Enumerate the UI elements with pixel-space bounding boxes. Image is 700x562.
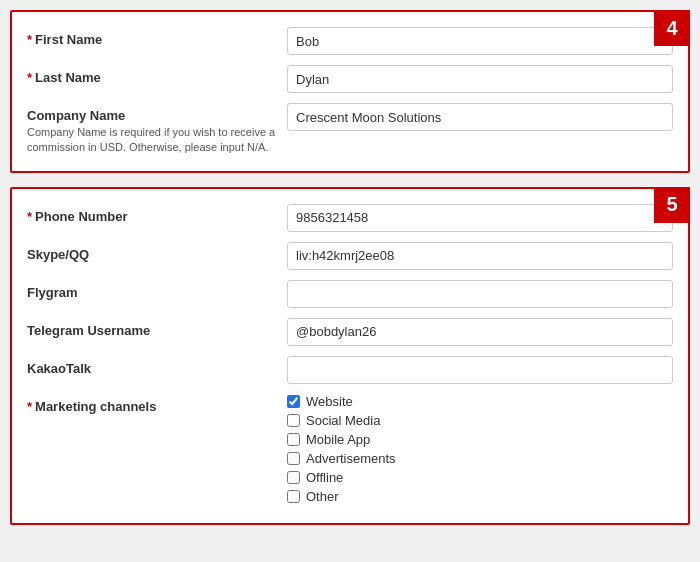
first-name-label-col: *First Name xyxy=(27,27,287,47)
company-name-row: Company Name Company Name is required if… xyxy=(27,103,673,156)
phone-number-input-col xyxy=(287,204,673,232)
company-name-label: Company Name xyxy=(27,108,277,123)
company-name-description: Company Name is required if you wish to … xyxy=(27,125,277,156)
phone-required-star: * xyxy=(27,209,32,224)
section-4: 4 *First Name *Last Name Company Name Co… xyxy=(10,10,690,173)
section-4-number: 4 xyxy=(654,10,690,46)
checkbox-website-label[interactable]: Website xyxy=(306,394,353,409)
checkbox-website-item: Website xyxy=(287,394,673,409)
skype-qq-label: Skype/QQ xyxy=(27,247,277,262)
skype-qq-row: Skype/QQ xyxy=(27,242,673,270)
checkbox-other[interactable] xyxy=(287,490,300,503)
last-name-row: *Last Name xyxy=(27,65,673,93)
last-name-input-col xyxy=(287,65,673,93)
flygram-row: Flygram xyxy=(27,280,673,308)
skype-qq-label-col: Skype/QQ xyxy=(27,242,287,262)
checkbox-advertisements[interactable] xyxy=(287,452,300,465)
checkbox-social-media-label[interactable]: Social Media xyxy=(306,413,380,428)
checkbox-mobile-app-label[interactable]: Mobile App xyxy=(306,432,370,447)
checkbox-offline[interactable] xyxy=(287,471,300,484)
marketing-channels-checkboxes: Website Social Media Mobile App Advertis… xyxy=(287,394,673,508)
telegram-username-label-col: Telegram Username xyxy=(27,318,287,338)
marketing-channels-label-col: *Marketing channels xyxy=(27,394,287,414)
section-5: 5 *Phone Number Skype/QQ Flygram xyxy=(10,187,690,525)
kakaotalk-label: KakaoTalk xyxy=(27,361,277,376)
telegram-username-label: Telegram Username xyxy=(27,323,277,338)
checkbox-other-item: Other xyxy=(287,489,673,504)
checkbox-advertisements-item: Advertisements xyxy=(287,451,673,466)
checkbox-offline-item: Offline xyxy=(287,470,673,485)
kakaotalk-row: KakaoTalk xyxy=(27,356,673,384)
skype-qq-input[interactable] xyxy=(287,242,673,270)
telegram-username-row: Telegram Username xyxy=(27,318,673,346)
company-name-label-col: Company Name Company Name is required if… xyxy=(27,103,287,156)
first-name-input[interactable] xyxy=(287,27,673,55)
phone-number-label: *Phone Number xyxy=(27,209,277,224)
checkbox-mobile-app-item: Mobile App xyxy=(287,432,673,447)
first-name-input-col xyxy=(287,27,673,55)
telegram-username-input-col xyxy=(287,318,673,346)
flygram-label-col: Flygram xyxy=(27,280,287,300)
last-name-label-col: *Last Name xyxy=(27,65,287,85)
flygram-label: Flygram xyxy=(27,285,277,300)
last-name-required-star: * xyxy=(27,70,32,85)
kakaotalk-label-col: KakaoTalk xyxy=(27,356,287,376)
section-5-number: 5 xyxy=(654,187,690,223)
checkbox-social-media-item: Social Media xyxy=(287,413,673,428)
checkbox-offline-label[interactable]: Offline xyxy=(306,470,343,485)
checkbox-social-media[interactable] xyxy=(287,414,300,427)
skype-qq-input-col xyxy=(287,242,673,270)
checkbox-website[interactable] xyxy=(287,395,300,408)
first-name-required-star: * xyxy=(27,32,32,47)
marketing-channels-label: *Marketing channels xyxy=(27,399,277,414)
checkbox-advertisements-label[interactable]: Advertisements xyxy=(306,451,396,466)
marketing-required-star: * xyxy=(27,399,32,414)
first-name-label: *First Name xyxy=(27,32,277,47)
flygram-input[interactable] xyxy=(287,280,673,308)
marketing-channels-row: *Marketing channels Website Social Media… xyxy=(27,394,673,508)
company-name-input[interactable] xyxy=(287,103,673,131)
kakaotalk-input-col xyxy=(287,356,673,384)
last-name-input[interactable] xyxy=(287,65,673,93)
company-name-input-col xyxy=(287,103,673,131)
first-name-row: *First Name xyxy=(27,27,673,55)
flygram-input-col xyxy=(287,280,673,308)
telegram-username-input[interactable] xyxy=(287,318,673,346)
phone-number-label-col: *Phone Number xyxy=(27,204,287,224)
checkbox-other-label[interactable]: Other xyxy=(306,489,339,504)
kakaotalk-input[interactable] xyxy=(287,356,673,384)
phone-number-row: *Phone Number xyxy=(27,204,673,232)
phone-number-input[interactable] xyxy=(287,204,673,232)
last-name-label: *Last Name xyxy=(27,70,277,85)
checkbox-mobile-app[interactable] xyxy=(287,433,300,446)
